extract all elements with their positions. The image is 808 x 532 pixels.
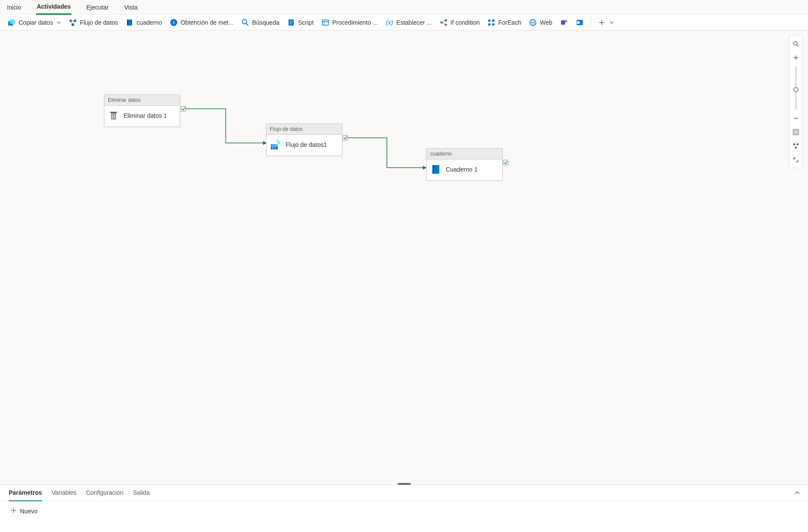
script-icon <box>287 19 295 26</box>
copy-data-button[interactable]: Copiar datos <box>4 17 65 28</box>
dataflow-button[interactable]: Flujo de datos <box>65 17 121 28</box>
main-tabs: Inicio Actividades Ejecutar Vista <box>0 0 808 15</box>
tab-actividades[interactable]: Actividades <box>36 0 72 15</box>
success-port-icon[interactable] <box>343 135 348 140</box>
zoom-out-button[interactable] <box>790 111 802 125</box>
panel-tab-configuracion[interactable]: Configuración <box>86 489 123 501</box>
web-button[interactable]: Web <box>526 17 556 28</box>
notebook-icon <box>126 19 133 26</box>
web-label: Web <box>540 19 552 26</box>
svg-point-30 <box>565 20 567 23</box>
svg-line-46 <box>797 45 798 46</box>
activity-type-label: cuaderno <box>427 149 502 159</box>
teams-button[interactable] <box>557 17 571 28</box>
svg-rect-35 <box>111 113 116 120</box>
notebook-button[interactable]: cuaderno <box>122 17 165 28</box>
add-activity-button[interactable] <box>594 17 617 28</box>
svg-rect-51 <box>795 131 797 133</box>
sproc-button[interactable]: Procedimiento ... <box>318 17 381 28</box>
svg-rect-32 <box>577 21 580 24</box>
ifcond-icon <box>440 19 448 26</box>
panel-collapse-button[interactable] <box>794 490 800 497</box>
activity-title: Cuaderno 1 <box>446 166 477 173</box>
activity-delete-data[interactable]: Eliminar datos Eliminar datos 1 <box>104 94 180 127</box>
svg-rect-1 <box>10 19 15 24</box>
svg-point-21 <box>445 23 447 26</box>
svg-rect-23 <box>492 19 494 22</box>
variable-icon: (x) <box>386 19 393 26</box>
info-icon: i <box>170 19 178 26</box>
globe-icon <box>529 19 537 26</box>
activity-notebook[interactable]: cuaderno Cuaderno 1 <box>426 148 503 181</box>
notebook-node-icon <box>430 164 441 175</box>
new-parameter-button[interactable]: Nuevo <box>10 507 798 515</box>
panel-tabs: Parámetros Variables Configuración Salid… <box>0 485 808 501</box>
chevron-down-icon <box>57 19 61 26</box>
svg-rect-29 <box>561 20 565 25</box>
zoom-thumb[interactable] <box>793 87 798 92</box>
teams-icon <box>560 19 568 26</box>
fullscreen-button[interactable] <box>790 153 802 167</box>
svg-text:i: i <box>173 20 174 25</box>
lookup-label: Búsqueda <box>252 19 279 26</box>
foreach-button[interactable]: ForEach <box>484 17 525 28</box>
svg-rect-54 <box>795 147 797 149</box>
metadata-label: Obtención de met... <box>181 19 234 26</box>
dataflow-node-icon <box>270 139 281 150</box>
zoom-in-button[interactable] <box>790 51 802 65</box>
activity-type-label: Flujo de datos <box>266 124 342 135</box>
zoom-search-button[interactable] <box>790 37 802 51</box>
svg-rect-52 <box>793 143 795 145</box>
svg-line-10 <box>246 23 248 26</box>
foreach-icon <box>487 19 495 26</box>
activity-dataflow[interactable]: Flujo de datos Flujo de datos1 <box>266 123 342 156</box>
plus-icon <box>10 507 16 515</box>
tab-inicio[interactable]: Inicio <box>6 1 22 14</box>
svg-rect-6 <box>127 19 128 26</box>
new-parameter-label: Nuevo <box>20 508 37 515</box>
svg-rect-15 <box>322 20 328 25</box>
svg-point-45 <box>794 42 797 45</box>
script-label: Script <box>298 19 314 26</box>
zoom-fit-button[interactable] <box>790 125 802 139</box>
search-icon <box>241 19 249 26</box>
svg-rect-25 <box>492 23 494 26</box>
metadata-button[interactable]: i Obtención de met... <box>166 17 237 28</box>
panel-tab-salida[interactable]: Salida <box>133 489 150 501</box>
outlook-button[interactable] <box>572 17 587 28</box>
panel-tab-parametros[interactable]: Parámetros <box>9 489 42 501</box>
foreach-label: ForEach <box>498 19 521 26</box>
zoom-controls <box>789 36 803 168</box>
svg-point-19 <box>440 21 442 23</box>
dataflow-label: Flujo de datos <box>80 19 118 26</box>
setvar-button[interactable]: (x) Establecer ... <box>382 17 435 28</box>
success-port-icon[interactable] <box>503 160 508 165</box>
panel-resizer[interactable] <box>398 483 411 485</box>
activity-title: Flujo de datos1 <box>286 141 327 148</box>
svg-rect-22 <box>488 19 490 22</box>
toolbar-divider <box>591 18 591 27</box>
script-button[interactable]: Script <box>284 17 317 28</box>
dataflow-icon <box>69 19 77 26</box>
zoom-slider[interactable] <box>795 66 796 110</box>
success-port-icon[interactable] <box>181 106 186 111</box>
chevron-down-icon <box>610 19 614 26</box>
lookup-button[interactable]: Búsqueda <box>238 17 283 28</box>
panel-tab-variables[interactable]: Variables <box>52 489 76 501</box>
plus-icon <box>598 19 606 26</box>
trash-icon <box>108 110 119 121</box>
sproc-icon <box>321 19 329 26</box>
properties-panel: Parámetros Variables Configuración Salid… <box>0 484 808 532</box>
activity-type-label: Eliminar datos <box>104 95 180 106</box>
ifcond-label: If condition <box>451 19 480 26</box>
auto-layout-button[interactable] <box>790 139 802 153</box>
tab-vista[interactable]: Vista <box>123 1 139 14</box>
svg-rect-50 <box>793 130 798 135</box>
svg-rect-53 <box>797 143 798 145</box>
svg-rect-44 <box>432 165 434 174</box>
pipeline-canvas[interactable]: Eliminar datos Eliminar datos 1 Flujo de… <box>0 30 808 484</box>
tab-ejecutar[interactable]: Ejecutar <box>85 1 109 14</box>
svg-text:(x): (x) <box>386 19 393 26</box>
ifcond-button[interactable]: If condition <box>436 17 484 28</box>
activities-toolbar: Copiar datos Flujo de datos cuaderno i O… <box>0 15 808 30</box>
